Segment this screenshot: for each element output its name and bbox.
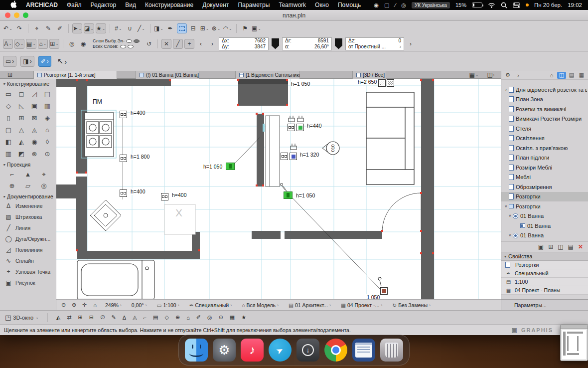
toolbox-tool-icon[interactable]: ▢ <box>2 124 15 136</box>
tree-item[interactable]: План Зона <box>501 95 588 105</box>
navigator-settings-button[interactable]: ⚙ <box>503 72 512 79</box>
next-button[interactable]: › <box>207 39 217 49</box>
window-titlebar[interactable]: план.pln <box>0 10 588 21</box>
bottom-toolbar-icon[interactable]: ⊟ <box>89 314 94 321</box>
origin-snap-button[interactable]: + <box>184 39 194 49</box>
hotspot-tool[interactable]: +Узловая Точка <box>0 266 56 277</box>
telegram-dock-icon[interactable]: ➤ <box>269 339 292 362</box>
redo-button[interactable]: ↷ <box>14 23 24 33</box>
switch-marker[interactable] <box>120 155 127 162</box>
tree-item[interactable]: Оброзмірення <box>501 182 588 192</box>
marquee-tool-button[interactable] <box>177 23 187 33</box>
toolbox-tool-icon[interactable]: ⊙ <box>41 148 54 160</box>
status-app-icon-1[interactable]: ◉ <box>374 2 379 8</box>
view-map-button[interactable]: ◫ <box>557 72 566 79</box>
polygon-combo[interactable]: ◇⌄ <box>14 39 24 49</box>
pen-oval-icon[interactable] <box>120 45 126 48</box>
bottom-toolbar-icon[interactable]: ◬ <box>133 314 137 321</box>
menubar-date[interactable]: Пн 20 бер. <box>534 2 562 8</box>
tree-item[interactable]: План підлоги <box>501 153 588 163</box>
selection-mode-combo[interactable]: ▭› <box>3 56 16 67</box>
pen-oval-icon[interactable] <box>128 45 134 48</box>
menu-teamwork[interactable]: Teamwork <box>274 1 310 8</box>
toolbox-tool-icon[interactable]: ⊞ <box>15 112 28 124</box>
rotate-view-button[interactable]: ◎ <box>67 39 77 49</box>
door-group[interactable] <box>382 193 421 232</box>
tree-item[interactable]: ˅01 Ванна <box>501 231 588 241</box>
marquee-mode-combo[interactable]: ◨› <box>20 56 34 67</box>
sink-symbol[interactable] <box>90 200 121 231</box>
bottom-toolbar-icon[interactable]: ⊞ <box>78 314 83 321</box>
quad-view-button[interactable]: ⊞ <box>5 71 15 79</box>
layers-combo[interactable]: ▤⌄ <box>26 39 36 49</box>
toolbox-tool-icon[interactable]: ◈ <box>41 112 54 124</box>
toolbox-tool-icon[interactable]: △ <box>15 124 28 136</box>
text-style-combo[interactable]: A⌄ <box>3 39 13 49</box>
renovation-filter-combo[interactable]: ↻Без Замены› <box>392 302 431 308</box>
spline-preset-button[interactable]: ✐› <box>38 56 51 67</box>
tree-item-selected[interactable]: Розгортки <box>501 192 588 202</box>
search-icon[interactable] <box>501 2 507 8</box>
floating-preview-window[interactable] <box>560 324 588 361</box>
wifi-icon[interactable] <box>488 2 495 8</box>
spline-tool[interactable]: ∿Сплайн <box>0 255 56 266</box>
tab-scroll-button[interactable]: ◫› <box>486 71 496 79</box>
alpha-value[interactable]: 26,60° <box>314 44 329 50</box>
flag-button[interactable]: ⚑ <box>240 23 250 33</box>
bottom-toolbar-icon[interactable]: ⌐ <box>144 315 147 321</box>
dimension-label[interactable]: h=400 <box>130 188 146 195</box>
arc-tool[interactable]: ◯Дуга/Окружн... <box>0 233 56 244</box>
lamp-marker-green[interactable] <box>296 124 304 131</box>
origin-value[interactable]: от Проектный ... <box>348 44 386 50</box>
apple-menu[interactable] <box>6 0 21 9</box>
battery-icon[interactable] <box>472 2 482 7</box>
bottom-toolbar-icon[interactable]: Δ <box>123 315 126 321</box>
dimension-label[interactable]: 1 050 <box>366 294 380 299</box>
3d-window-button[interactable]: ◳3D-окно⌄ <box>5 314 39 321</box>
switch-marker[interactable] <box>281 153 288 160</box>
prev-button[interactable]: ‹ <box>196 39 206 49</box>
grid-combo[interactable]: ⊞⌄ <box>49 39 59 49</box>
toolbox-tool-icon[interactable]: ⊗ <box>28 148 41 160</box>
grid-snap-button[interactable]: #⌄ <box>114 23 124 33</box>
bottom-toolbar-icon[interactable]: ◇ <box>164 314 168 321</box>
dy-value[interactable]: 3847 <box>255 44 266 50</box>
bathtub-symbol[interactable] <box>77 260 154 299</box>
gravity-button[interactable]: ∪ <box>125 23 135 33</box>
keyboard-layout-badge[interactable]: УК Українська <box>412 2 450 8</box>
scale-combo[interactable]: ▭1:100› <box>157 302 179 308</box>
tracker-ra-box[interactable]: Δr:8591 α:26,60° <box>282 37 332 50</box>
tree-item[interactable]: Освітлення <box>501 134 588 144</box>
menu-window[interactable]: Окно <box>310 1 333 8</box>
trash-dock-icon[interactable] <box>380 339 403 362</box>
property-scale-row[interactable]: ▤1:100 <box>501 278 588 286</box>
menu-archicad[interactable]: ARCHICAD <box>21 1 62 8</box>
elevation-marker[interactable]: 010 <box>322 142 339 155</box>
sofa-symbol[interactable] <box>366 92 414 184</box>
stories-combo[interactable]: ⌂⌄ <box>38 39 48 49</box>
bottom-toolbar-icon[interactable]: ⌂ <box>186 315 190 321</box>
parameters-button[interactable]: Параметры... <box>501 299 588 310</box>
layer-combination-combo[interactable]: ▤01 Архитект...› <box>289 302 331 308</box>
dx-value[interactable]: 7682 <box>255 38 266 44</box>
camera-tool-icon[interactable]: ⊕ <box>4 180 20 191</box>
menu-design[interactable]: Конструирование <box>141 1 198 8</box>
switch-marker[interactable] <box>288 124 295 131</box>
control-center-icon[interactable] <box>513 2 520 8</box>
publisher-button[interactable]: ▦ <box>577 72 586 79</box>
vent-marker[interactable] <box>387 79 394 87</box>
favorites-combo[interactable]: ★⌄ <box>96 23 106 33</box>
window-copy-icon[interactable]: ▣ <box>512 327 517 334</box>
toolbox-tool-icon[interactable]: ▭ <box>2 88 15 100</box>
tab-3d-all[interactable]: [3D / Все] <box>352 71 386 79</box>
property-penset-row[interactable]: ✒Специальный <box>501 269 588 278</box>
elevation-tool-icon[interactable]: ▲ <box>20 169 36 180</box>
tab-lights-schedule[interactable]: [1 Відомості Світільники] <box>235 71 300 79</box>
bottom-toolbar-icon[interactable]: ⊕ <box>175 314 180 321</box>
pen-oval-icon[interactable] <box>126 39 132 43</box>
plan-window-dock-icon[interactable] <box>352 339 375 362</box>
preview-titlebar[interactable] <box>561 325 588 329</box>
tree-item[interactable]: Вимикачі Розетки Розміри <box>501 114 588 124</box>
tab-overflow-button[interactable]: ▦⌄ <box>469 71 479 79</box>
menu-document[interactable]: Документ <box>198 1 233 8</box>
